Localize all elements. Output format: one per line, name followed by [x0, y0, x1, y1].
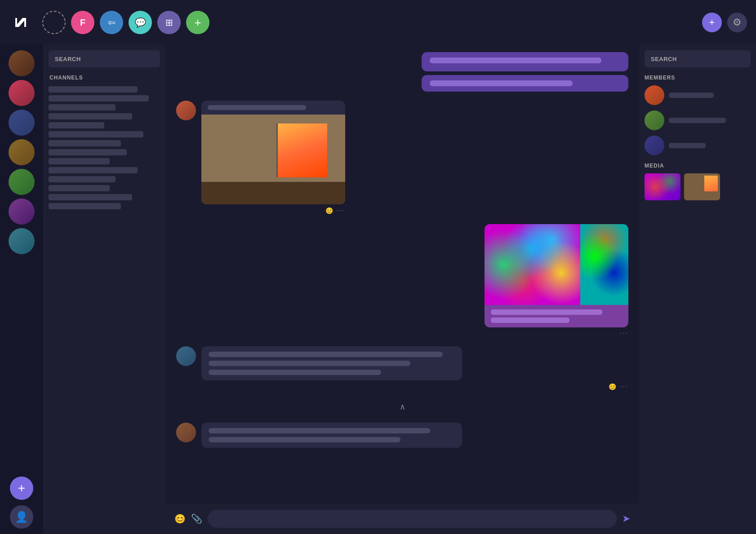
list-item[interactable] — [49, 167, 138, 173]
msg-avatar-5 — [176, 423, 196, 442]
list-item[interactable] — [49, 185, 110, 191]
member-name-1 — [669, 93, 751, 98]
sidebar: SEARCH CHANNELS — [43, 45, 165, 534]
nav-profile-button[interactable]: 👤 — [10, 505, 33, 529]
add-button[interactable]: + — [702, 13, 722, 32]
list-item[interactable] — [49, 113, 132, 119]
chat-input-area: 😊 📎 ➤ — [165, 503, 639, 534]
topbar: F ⇦ 💬 ⊞ + + ⚙ — [0, 0, 756, 45]
workspace-share-icon[interactable]: ⇦ — [100, 11, 123, 34]
channel-list — [49, 86, 160, 209]
list-item[interactable] — [49, 158, 110, 164]
media-card-footer — [485, 305, 628, 327]
msg-avatar-1 — [176, 101, 196, 120]
msg-image-card — [201, 101, 345, 204]
send-button[interactable]: ➤ — [622, 513, 630, 525]
members-title: MEMBERS — [645, 75, 751, 81]
nav-add-button[interactable]: + — [10, 477, 33, 500]
media-footer-line-2 — [491, 318, 569, 323]
media-card-wrapper: ··· — [176, 224, 628, 337]
list-item[interactable] — [49, 194, 132, 200]
list-item[interactable] — [49, 86, 138, 93]
emoji-reaction-button[interactable]: 😊 — [325, 206, 334, 215]
media-footer-line-1 — [491, 309, 602, 315]
topbar-left: F ⇦ 💬 ⊞ + — [9, 11, 702, 34]
msg-line — [209, 370, 381, 375]
msg-header-line — [208, 105, 306, 110]
list-item[interactable] — [49, 95, 149, 102]
list-item[interactable] — [49, 203, 121, 209]
more-options-button[interactable]: ··· — [337, 207, 345, 215]
sidebar-search-label: SEARCH — [55, 56, 81, 62]
studio-image — [201, 115, 345, 204]
list-item[interactable] — [49, 131, 143, 137]
member-name-2 — [669, 118, 751, 123]
scroll-up-indicator[interactable]: ∧ — [176, 400, 628, 414]
message-row-text-1: 😊 ··· — [176, 346, 628, 391]
nav-avatar-4[interactable] — [9, 139, 35, 165]
colorful-art-left — [485, 224, 580, 305]
msg-bubble-right-2 — [422, 75, 628, 92]
settings-button[interactable]: ⚙ — [727, 13, 747, 32]
message-row-studio: 😊 ··· — [176, 101, 628, 215]
member-item-1 — [645, 85, 751, 105]
list-item[interactable] — [49, 149, 127, 155]
msg-line — [430, 80, 573, 86]
workspace-add-icon[interactable]: + — [186, 11, 209, 34]
msg-avatar-3 — [176, 346, 196, 366]
nav-avatar-5[interactable] — [9, 169, 35, 195]
workspace-chat-icon[interactable]: 💬 — [129, 11, 152, 34]
media-section: MEDIA — [645, 163, 751, 200]
member-item-2 — [645, 110, 751, 130]
msg-line — [430, 57, 601, 63]
nav-avatar-6[interactable] — [9, 199, 35, 225]
media-thumb-2[interactable] — [684, 173, 720, 200]
nav-avatar-7[interactable] — [9, 228, 35, 254]
right-search[interactable]: SEARCH — [645, 50, 751, 67]
sidebar-search[interactable]: SEARCH — [49, 50, 160, 67]
members-section: MEMBERS — [645, 75, 751, 155]
right-panel: SEARCH MEMBERS — [639, 45, 756, 534]
chat-input[interactable] — [208, 510, 617, 528]
art-image-pair — [485, 224, 628, 305]
workspace-active-icon[interactable] — [42, 11, 66, 34]
msg-image-header — [201, 101, 345, 115]
list-item[interactable] — [49, 122, 104, 128]
nav-avatar-2[interactable] — [9, 80, 35, 106]
msg-line — [209, 361, 410, 366]
workspace-f-icon[interactable]: F — [71, 11, 94, 34]
right-search-label: SEARCH — [651, 56, 677, 62]
media-grid — [645, 173, 751, 200]
msg-bubble-right-1 — [422, 52, 628, 71]
app-logo[interactable] — [9, 11, 32, 34]
nav-avatar-3[interactable] — [9, 110, 35, 136]
emoji-icon[interactable]: 😊 — [174, 513, 186, 524]
member-item-3 — [645, 136, 751, 155]
list-item[interactable] — [49, 140, 121, 146]
member-name-3 — [669, 143, 751, 148]
emoji-reaction-button-2[interactable]: 😊 — [608, 382, 617, 391]
nav-avatar-1[interactable] — [9, 50, 35, 76]
chat-messages: 😊 ··· ··· — [165, 45, 639, 503]
more-options-button-2[interactable]: ··· — [620, 383, 628, 391]
message-row-text-2 — [176, 423, 628, 448]
msg-bubble-text-1 — [201, 346, 462, 380]
list-item[interactable] — [49, 176, 116, 182]
channels-section-title: CHANNELS — [49, 75, 160, 81]
main-layout: + 👤 SEARCH CHANNELS — [0, 45, 756, 534]
chat-area: 😊 ··· ··· — [165, 45, 639, 534]
media-thumb-1[interactable] — [645, 173, 680, 200]
msg-line — [209, 437, 400, 442]
media-title: MEDIA — [645, 163, 751, 169]
list-item[interactable] — [49, 104, 116, 110]
member-avatar-3 — [645, 136, 664, 155]
attach-icon[interactable]: 📎 — [191, 513, 202, 524]
media-more-button[interactable]: ··· — [620, 329, 628, 337]
left-nav: + 👤 — [0, 45, 43, 534]
workspace-trello-icon[interactable]: ⊞ — [157, 11, 181, 34]
member-list — [645, 85, 751, 155]
colorful-art-right — [580, 224, 628, 305]
member-avatar-2 — [645, 110, 664, 130]
msg-line — [209, 428, 430, 433]
msg-line — [209, 352, 443, 357]
